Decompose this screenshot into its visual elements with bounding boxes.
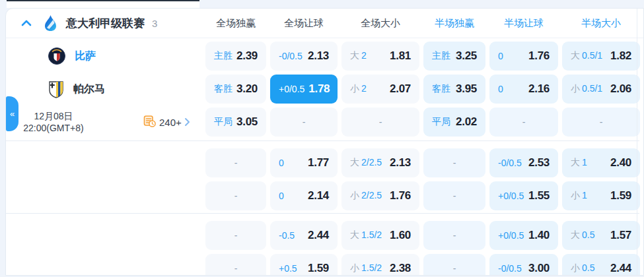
odds-value: 2.38: [390, 262, 411, 275]
odds-label: 大1: [571, 157, 587, 169]
odds-cell[interactable]: 小2/2.51.76: [341, 181, 419, 210]
odds-cell[interactable]: 大2/2.52.13: [341, 148, 419, 177]
league-header-row[interactable]: 意大利甲级联赛 3 全场独赢 全场让球 全场大小 半场独赢 半场让球 半场大小: [6, 9, 643, 38]
odds-cell[interactable]: 大1.5/21.60: [341, 221, 419, 250]
odds-label-prefix: 大: [571, 230, 580, 240]
odds-cell[interactable]: 小11.59: [562, 181, 640, 210]
odds-cell-empty: -: [205, 181, 266, 210]
dropdown-gap: [7, 1, 199, 8]
match-count: 3: [152, 18, 157, 29]
odds-label-prefix: 小: [571, 190, 580, 200]
odds-value: 1.76: [390, 189, 411, 202]
odds-value: 2.53: [528, 156, 550, 169]
odds-label: 大2/2.5: [350, 157, 382, 169]
odds-value: 2.14: [308, 189, 329, 202]
pisa-badge-icon: [48, 47, 65, 65]
odds-cell[interactable]: 大12.40: [562, 148, 640, 177]
odds-cell[interactable]: -0/0.53.00: [489, 254, 558, 276]
odds-label-line: 0: [279, 158, 284, 168]
odds-dash: -: [234, 230, 238, 241]
odds-cell-empty: -: [423, 254, 485, 276]
odds-dash: -: [234, 263, 238, 274]
match-datetime: 12月08日 22:00(GMT+8): [14, 110, 93, 134]
odds-label-prefix: 小: [350, 262, 359, 273]
odds-cell[interactable]: 小0.52.44: [562, 254, 640, 276]
more-markets-link[interactable]: 240+: [143, 115, 190, 130]
odds-cell[interactable]: -0.52.44: [270, 221, 338, 250]
row-left-spacer: [11, 221, 201, 250]
odds-label-line: 0: [279, 191, 284, 201]
odds-cell-empty: -: [423, 181, 485, 210]
odds-cell[interactable]: 02.14: [270, 181, 338, 210]
odds-label: -0/0.5: [498, 263, 522, 274]
more-markets-count: 240+: [159, 117, 182, 128]
odds-cell[interactable]: 小1.5/22.38: [341, 254, 419, 276]
chevron-right-icon: [184, 117, 190, 127]
odds-label-line: 1.5/2: [361, 230, 382, 240]
column-header-ft-handicap: 全场让球: [270, 17, 338, 30]
odds-value: 2.44: [610, 262, 631, 275]
odds-dash: -: [453, 158, 456, 168]
league-title: 意大利甲级联赛: [66, 16, 145, 31]
odds-dash: -: [453, 263, 456, 274]
odds-label: 大1.5/2: [350, 230, 382, 241]
odds-row: --0.52.44大1.5/21.60-+0/0.51.40大0.51.57: [6, 221, 643, 250]
away-team-row[interactable]: 帕尔马: [6, 75, 643, 104]
odds-label: -0.5: [279, 230, 295, 241]
odds-dash: -: [234, 158, 238, 168]
sidebar-collapse-tab[interactable]: «: [6, 96, 18, 131]
odds-cell[interactable]: +0.51.59: [270, 254, 338, 276]
league-panel: 意大利甲级联赛 3 全场独赢 全场让球 全场大小 半场独赢 半场让球 半场大小 …: [5, 8, 644, 276]
odds-label-line: 0.5: [582, 230, 594, 240]
odds-cell[interactable]: -0/0.52.53: [489, 148, 558, 177]
odds-value: 1.55: [528, 189, 550, 202]
odds-cell[interactable]: 大0.51.57: [562, 221, 640, 250]
chevron-up-icon[interactable]: [20, 18, 32, 28]
odds-cell[interactable]: +0/0.51.55: [489, 181, 558, 210]
odds-label-prefix: 小: [350, 190, 359, 200]
odds-value: 1.60: [390, 229, 411, 242]
odds-label-prefix: 大: [350, 230, 359, 240]
odds-label-line: +0.5: [279, 263, 297, 274]
odds-value: 2.44: [308, 229, 329, 242]
odds-label-line: -0.5: [279, 230, 295, 241]
odds-label: 大0.5: [571, 230, 594, 241]
odds-label-line: -0/0.5: [498, 158, 522, 168]
odds-row: -01.77大2/2.52.13--0/0.52.53大12.40: [6, 148, 643, 177]
away-team-name: 帕尔马: [73, 82, 105, 96]
column-header-ht-handicap: 半场让球: [489, 17, 558, 30]
odds-label: 小0.5: [571, 262, 594, 274]
odds-value: 1.77: [308, 156, 329, 169]
home-team-row[interactable]: 比萨: [6, 42, 643, 71]
column-header-ft-1x2: 全场独赢: [205, 17, 266, 30]
odds-label-line: 2/2.5: [361, 190, 382, 200]
match-meta-row: 12月08日 22:00(GMT+8) 240+: [6, 108, 643, 137]
league-cell: 意大利甲级联赛 3: [11, 15, 201, 32]
column-header-ht-overunder: 半场大小: [562, 17, 640, 30]
parma-badge-icon: [48, 80, 64, 98]
odds-cell-empty: -: [205, 221, 266, 250]
odds-dash: -: [234, 191, 238, 201]
match-date: 12月08日: [14, 110, 93, 122]
odds-label-line: 2/2.5: [361, 157, 382, 168]
column-header-ft-overunder: 全场大小: [341, 17, 419, 30]
row-left-spacer: [11, 254, 201, 276]
column-header-ht-1x2: 半场独赢: [423, 17, 485, 30]
odds-cell-empty: -: [423, 148, 485, 177]
odds-dash: -: [453, 191, 456, 201]
serie-a-logo-icon: [43, 15, 58, 32]
odds-cell[interactable]: 01.77: [270, 148, 338, 177]
odds-label: 小1.5/2: [350, 262, 382, 274]
odds-body: « 主胜2.39-0/0.52.13大21.81主胜3.2501.76大0.5/…: [6, 38, 643, 276]
row-left-spacer: [11, 148, 201, 177]
odds-label: 小1: [571, 190, 587, 202]
odds-label-line: 0.5: [582, 262, 594, 273]
odds-groups: 主胜2.39-0/0.52.13大21.81主胜3.2501.76大0.5/11…: [6, 38, 643, 276]
group-divider: [6, 140, 639, 141]
odds-label-prefix: 小: [571, 262, 580, 273]
odds-cell[interactable]: +0/0.51.40: [489, 221, 558, 250]
odds-value: 2.40: [610, 156, 631, 169]
odds-value: 1.59: [610, 189, 631, 202]
odds-cell-empty: -: [205, 254, 266, 276]
markets-count-icon: [143, 115, 156, 130]
